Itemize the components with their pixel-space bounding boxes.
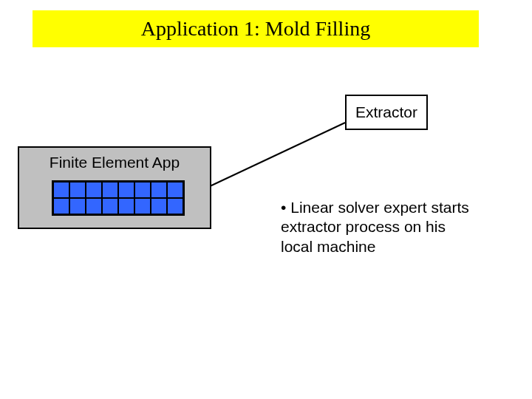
bullet-body: Linear solver expert starts extractor pr…: [281, 199, 469, 255]
process-cell: [151, 182, 167, 198]
bullet-marker: •: [281, 199, 286, 216]
process-cell: [53, 198, 69, 214]
process-cell: [134, 182, 151, 198]
extractor-label: Extractor: [355, 103, 417, 121]
process-cell: [86, 198, 102, 214]
process-cell: [167, 198, 183, 214]
finite-element-box: Finite Element App: [18, 146, 211, 229]
process-cell: [69, 182, 86, 198]
slide-title: Application 1: Mold Filling: [141, 17, 370, 41]
process-cell: [102, 198, 118, 214]
process-cell: [167, 182, 183, 198]
process-cell: [118, 198, 134, 214]
title-bar: Application 1: Mold Filling: [33, 10, 479, 47]
process-cell: [53, 182, 69, 198]
process-cell: [118, 182, 134, 198]
process-grid: [52, 180, 185, 216]
process-cell: [151, 198, 167, 214]
slide: Application 1: Mold Filling Extractor Fi…: [0, 0, 532, 399]
finite-element-label: Finite Element App: [19, 154, 210, 171]
process-cell: [134, 198, 151, 214]
process-cell: [69, 198, 86, 214]
process-cell: [102, 182, 118, 198]
process-cell: [86, 182, 102, 198]
extractor-box: Extractor: [345, 95, 428, 130]
connector-segment: [208, 123, 345, 187]
bullet-text-block: • Linear solver expert starts extractor …: [281, 198, 473, 256]
